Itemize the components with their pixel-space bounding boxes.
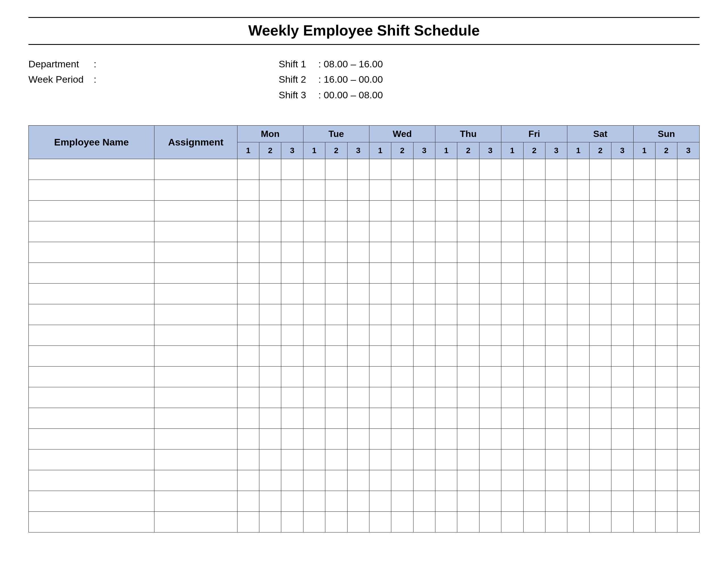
cell-shift[interactable] — [391, 491, 413, 512]
cell-shift[interactable] — [479, 512, 501, 532]
cell-employee[interactable] — [29, 325, 154, 346]
cell-shift[interactable] — [633, 242, 655, 263]
cell-shift[interactable] — [545, 366, 567, 387]
cell-shift[interactable] — [259, 201, 281, 221]
cell-shift[interactable] — [677, 221, 700, 242]
cell-shift[interactable] — [413, 201, 435, 221]
cell-shift[interactable] — [457, 201, 479, 221]
cell-shift[interactable] — [369, 491, 391, 512]
cell-shift[interactable] — [567, 263, 589, 283]
cell-shift[interactable] — [369, 180, 391, 201]
cell-shift[interactable] — [611, 346, 633, 366]
cell-shift[interactable] — [325, 283, 347, 304]
cell-shift[interactable] — [281, 346, 303, 366]
cell-shift[interactable] — [589, 325, 611, 346]
cell-shift[interactable] — [589, 221, 611, 242]
cell-shift[interactable] — [633, 470, 655, 491]
cell-shift[interactable] — [567, 159, 589, 180]
cell-employee[interactable] — [29, 408, 154, 429]
cell-shift[interactable] — [391, 221, 413, 242]
cell-shift[interactable] — [479, 470, 501, 491]
cell-shift[interactable] — [479, 283, 501, 304]
cell-shift[interactable] — [633, 429, 655, 449]
cell-shift[interactable] — [303, 283, 325, 304]
cell-shift[interactable] — [611, 242, 633, 263]
cell-shift[interactable] — [501, 159, 523, 180]
cell-shift[interactable] — [303, 263, 325, 283]
cell-employee[interactable] — [29, 429, 154, 449]
cell-shift[interactable] — [457, 470, 479, 491]
cell-shift[interactable] — [589, 491, 611, 512]
cell-shift[interactable] — [347, 512, 369, 532]
cell-shift[interactable] — [391, 263, 413, 283]
cell-shift[interactable] — [325, 408, 347, 429]
cell-shift[interactable] — [325, 201, 347, 221]
cell-shift[interactable] — [545, 387, 567, 408]
cell-shift[interactable] — [501, 449, 523, 470]
cell-shift[interactable] — [347, 366, 369, 387]
cell-shift[interactable] — [567, 201, 589, 221]
cell-shift[interactable] — [545, 263, 567, 283]
cell-shift[interactable] — [655, 242, 677, 263]
cell-shift[interactable] — [391, 346, 413, 366]
cell-shift[interactable] — [391, 283, 413, 304]
cell-shift[interactable] — [567, 512, 589, 532]
cell-shift[interactable] — [369, 283, 391, 304]
cell-shift[interactable] — [237, 242, 259, 263]
cell-shift[interactable] — [545, 221, 567, 242]
cell-shift[interactable] — [281, 470, 303, 491]
cell-shift[interactable] — [589, 201, 611, 221]
cell-shift[interactable] — [413, 159, 435, 180]
cell-shift[interactable] — [677, 429, 700, 449]
cell-employee[interactable] — [29, 221, 154, 242]
cell-shift[interactable] — [589, 242, 611, 263]
cell-shift[interactable] — [391, 429, 413, 449]
cell-shift[interactable] — [281, 304, 303, 325]
cell-shift[interactable] — [457, 242, 479, 263]
cell-shift[interactable] — [435, 180, 457, 201]
cell-shift[interactable] — [369, 366, 391, 387]
cell-shift[interactable] — [413, 304, 435, 325]
cell-shift[interactable] — [479, 491, 501, 512]
cell-shift[interactable] — [655, 180, 677, 201]
cell-shift[interactable] — [523, 283, 545, 304]
cell-shift[interactable] — [523, 263, 545, 283]
cell-shift[interactable] — [435, 346, 457, 366]
cell-shift[interactable] — [435, 491, 457, 512]
cell-shift[interactable] — [369, 325, 391, 346]
cell-shift[interactable] — [237, 201, 259, 221]
cell-shift[interactable] — [677, 449, 700, 470]
cell-shift[interactable] — [237, 366, 259, 387]
cell-shift[interactable] — [611, 470, 633, 491]
cell-shift[interactable] — [633, 263, 655, 283]
cell-shift[interactable] — [413, 242, 435, 263]
cell-shift[interactable] — [567, 408, 589, 429]
cell-assignment[interactable] — [154, 491, 237, 512]
cell-shift[interactable] — [237, 180, 259, 201]
cell-shift[interactable] — [347, 201, 369, 221]
cell-shift[interactable] — [325, 512, 347, 532]
cell-shift[interactable] — [655, 491, 677, 512]
cell-shift[interactable] — [347, 408, 369, 429]
cell-shift[interactable] — [413, 325, 435, 346]
cell-assignment[interactable] — [154, 242, 237, 263]
cell-shift[interactable] — [281, 387, 303, 408]
cell-shift[interactable] — [677, 283, 700, 304]
cell-shift[interactable] — [611, 449, 633, 470]
cell-employee[interactable] — [29, 242, 154, 263]
cell-shift[interactable] — [237, 387, 259, 408]
cell-shift[interactable] — [325, 180, 347, 201]
cell-shift[interactable] — [325, 242, 347, 263]
cell-shift[interactable] — [457, 387, 479, 408]
cell-shift[interactable] — [501, 325, 523, 346]
cell-shift[interactable] — [479, 201, 501, 221]
cell-employee[interactable] — [29, 159, 154, 180]
cell-shift[interactable] — [677, 304, 700, 325]
cell-shift[interactable] — [303, 470, 325, 491]
cell-shift[interactable] — [611, 159, 633, 180]
cell-shift[interactable] — [391, 366, 413, 387]
cell-shift[interactable] — [523, 387, 545, 408]
cell-shift[interactable] — [259, 325, 281, 346]
cell-shift[interactable] — [391, 470, 413, 491]
cell-shift[interactable] — [479, 408, 501, 429]
